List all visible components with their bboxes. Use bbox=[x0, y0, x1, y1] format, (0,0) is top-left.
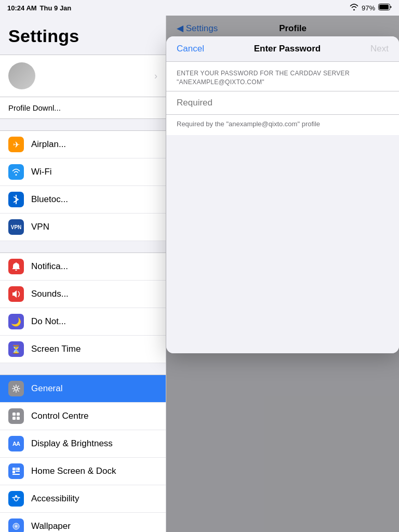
screentime-icon: ⏳ bbox=[8, 341, 24, 357]
sidebar-item-controlcentre[interactable]: Control Centre bbox=[0, 403, 166, 430]
sidebar-item-label: Accessibility bbox=[31, 494, 79, 504]
svg-point-3 bbox=[15, 387, 18, 390]
profile-download-item[interactable]: Profile Downl... bbox=[0, 97, 166, 119]
svg-rect-7 bbox=[17, 417, 20, 420]
modal-overlay: Cancel Enter Password Next ENTER YOUR PA… bbox=[166, 16, 399, 532]
password-input-row[interactable] bbox=[166, 91, 399, 115]
sidebar-item-sounds[interactable]: Sounds... bbox=[0, 281, 166, 308]
group-divider-3 bbox=[0, 363, 166, 375]
wifi-icon bbox=[8, 164, 24, 180]
cancel-button[interactable]: Cancel bbox=[177, 44, 204, 54]
main-content: ◀ Settings Profile Cancel Enter Password… bbox=[166, 16, 399, 532]
sidebar-item-wallpaper[interactable]: Wallpaper bbox=[0, 513, 166, 532]
donotdisturb-icon: 🌙 bbox=[8, 314, 24, 329]
controlcentre-icon bbox=[8, 408, 24, 424]
general-icon bbox=[8, 381, 24, 396]
svg-point-17 bbox=[16, 526, 17, 527]
sidebar-item-general[interactable]: General bbox=[0, 375, 166, 403]
settings-group-3: General Control Centre AA Display & Brig… bbox=[0, 375, 166, 532]
svg-rect-6 bbox=[12, 417, 16, 420]
sidebar-item-label: General bbox=[31, 383, 62, 394]
sidebar-item-bluetooth[interactable]: Bluetoc... bbox=[0, 186, 166, 214]
sidebar-item-screentime[interactable]: ⏳ Screen Time bbox=[0, 336, 166, 363]
sidebar-item-airplane[interactable]: ✈ Airplan... bbox=[0, 130, 166, 158]
sidebar-item-notifications[interactable]: Notifica... bbox=[0, 252, 166, 281]
password-instruction: ENTER YOUR PASSWORD FOR THE CARDDAV SERV… bbox=[166, 62, 399, 91]
modal-body: ENTER YOUR PASSWORD FOR THE CARDDAV SERV… bbox=[166, 62, 399, 135]
status-date: Thu 9 Jan bbox=[40, 4, 72, 12]
sidebar-item-label: Wi-Fi bbox=[31, 167, 52, 177]
vpn-icon: VPN bbox=[8, 219, 24, 235]
wallpaper-icon bbox=[8, 518, 24, 532]
svg-rect-9 bbox=[16, 468, 17, 470]
notifications-icon bbox=[8, 259, 24, 274]
svg-rect-12 bbox=[16, 471, 20, 472]
sidebar-item-label: Control Centre bbox=[31, 411, 89, 421]
svg-rect-8 bbox=[12, 468, 15, 470]
svg-rect-11 bbox=[12, 471, 15, 473]
sidebar-item-label: Screen Time bbox=[31, 344, 81, 354]
next-button[interactable]: Next bbox=[370, 44, 389, 54]
sounds-icon bbox=[8, 286, 24, 302]
modal-spacer bbox=[166, 135, 399, 353]
sidebar-item-label: Display & Brightness bbox=[31, 438, 113, 449]
sidebar-item-accessibility[interactable]: Accessibility bbox=[0, 485, 166, 513]
display-icon: AA bbox=[8, 436, 24, 451]
sidebar-item-label: Home Screen & Dock bbox=[31, 466, 116, 476]
wifi-status-icon bbox=[350, 3, 358, 12]
settings-group-1: ✈ Airplan... Wi-Fi bbox=[0, 130, 166, 241]
status-bar: 10:24 AM Thu 9 Jan 97% bbox=[0, 0, 399, 16]
modal-title: Enter Password bbox=[254, 44, 321, 54]
sidebar-header: Settings bbox=[0, 16, 166, 50]
svg-rect-5 bbox=[17, 413, 20, 416]
status-time: 10:24 AM bbox=[7, 4, 37, 12]
sidebar-item-display[interactable]: AA Display & Brightness bbox=[0, 430, 166, 458]
sidebar-item-label: VPN bbox=[31, 222, 49, 232]
group-divider-2 bbox=[0, 241, 166, 252]
modal-header: Cancel Enter Password Next bbox=[166, 36, 399, 62]
battery-icon bbox=[378, 3, 392, 12]
svg-rect-13 bbox=[12, 474, 20, 475]
svg-rect-10 bbox=[17, 468, 20, 470]
app-background: Settings › Profile Downl... ✈ Airplan... bbox=[0, 16, 399, 532]
sidebar-item-label: Do Not... bbox=[31, 316, 66, 327]
sidebar-item-label: Sounds... bbox=[31, 289, 69, 299]
sidebar-item-label: Wallpaper bbox=[31, 521, 71, 531]
sidebar-item-label: Airplan... bbox=[31, 139, 66, 150]
sidebar-item-label: Notifica... bbox=[31, 261, 68, 272]
sidebar-item-wifi[interactable]: Wi-Fi bbox=[0, 158, 166, 186]
password-modal: Cancel Enter Password Next ENTER YOUR PA… bbox=[166, 36, 399, 353]
password-hint: Required by the "anexample@qixto.com" pr… bbox=[166, 115, 399, 135]
avatar bbox=[8, 62, 35, 89]
sidebar-item-donotdisturb[interactable]: 🌙 Do Not... bbox=[0, 308, 166, 336]
settings-title: Settings bbox=[8, 26, 79, 46]
svg-rect-1 bbox=[379, 5, 389, 9]
sidebar-item-label: Bluetoc... bbox=[31, 194, 68, 205]
group-divider-1 bbox=[0, 119, 166, 130]
homescreen-icon bbox=[8, 463, 24, 479]
sidebar: Settings › Profile Downl... ✈ Airplan... bbox=[0, 16, 166, 532]
airplane-icon: ✈ bbox=[8, 137, 24, 152]
sidebar-item-vpn[interactable]: VPN VPN bbox=[0, 214, 166, 241]
password-input[interactable] bbox=[177, 98, 389, 108]
sidebar-item-homescreen[interactable]: Home Screen & Dock bbox=[0, 458, 166, 485]
profile-section[interactable]: › bbox=[0, 55, 166, 97]
settings-group-2: Notifica... Sounds... 🌙 Do Not... ⏳ Scre… bbox=[0, 252, 166, 363]
bluetooth-icon bbox=[8, 192, 24, 207]
accessibility-icon bbox=[8, 491, 24, 507]
svg-rect-4 bbox=[12, 413, 16, 416]
battery-percentage: 97% bbox=[362, 4, 375, 12]
profile-chevron-icon: › bbox=[154, 71, 157, 82]
